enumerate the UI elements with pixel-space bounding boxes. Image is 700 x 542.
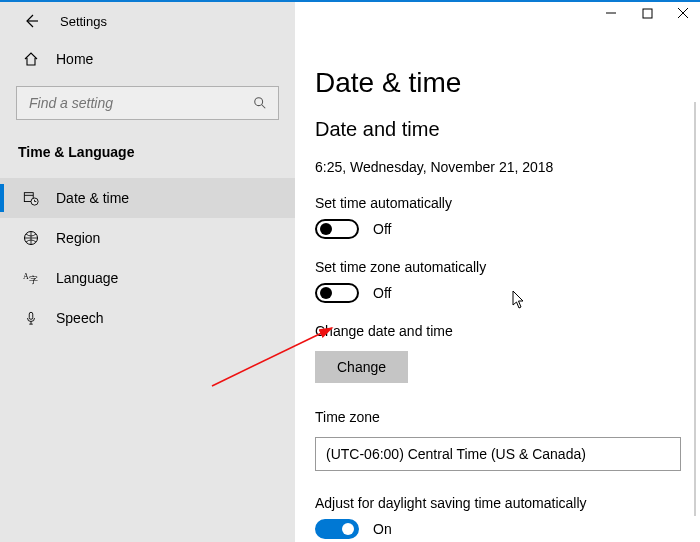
change-date-time-label: Change date and time xyxy=(315,323,680,339)
page-title: Date & time xyxy=(315,21,680,99)
close-button[interactable] xyxy=(676,6,690,20)
home-icon xyxy=(22,50,40,68)
minimize-button[interactable] xyxy=(604,6,618,20)
dst-toggle[interactable] xyxy=(315,519,359,539)
sidebar-item-label: Language xyxy=(56,270,118,286)
sidebar-nav: Date & time Region A字 Language Speech xyxy=(0,170,295,338)
sidebar-item-label: Region xyxy=(56,230,100,246)
maximize-button[interactable] xyxy=(640,6,654,20)
auto-time-state: Off xyxy=(373,221,391,237)
arrow-left-icon xyxy=(23,13,39,29)
back-button[interactable] xyxy=(22,12,40,30)
search-box[interactable] xyxy=(16,86,279,120)
svg-text:字: 字 xyxy=(29,275,38,285)
svg-rect-6 xyxy=(29,312,33,319)
section-title: Date and time xyxy=(315,118,680,141)
home-label: Home xyxy=(56,51,93,67)
sidebar-item-label: Speech xyxy=(56,310,103,326)
svg-text:A: A xyxy=(23,272,29,281)
search-icon xyxy=(252,95,268,111)
microphone-icon xyxy=(22,309,40,327)
window-title: Settings xyxy=(60,14,107,29)
sidebar-item-language[interactable]: A字 Language xyxy=(0,258,295,298)
current-datetime: 6:25, Wednesday, November 21, 2018 xyxy=(315,159,680,175)
language-icon: A字 xyxy=(22,269,40,287)
home-link[interactable]: Home xyxy=(0,34,295,80)
change-button[interactable]: Change xyxy=(315,351,408,383)
auto-time-toggle[interactable] xyxy=(315,219,359,239)
scrollbar[interactable] xyxy=(694,102,696,516)
timezone-dropdown[interactable]: (UTC-06:00) Central Time (US & Canada) xyxy=(315,437,681,471)
calendar-clock-icon xyxy=(22,189,40,207)
search-input[interactable] xyxy=(27,94,252,112)
sidebar-item-date-time[interactable]: Date & time xyxy=(0,178,295,218)
auto-time-label: Set time automatically xyxy=(315,195,680,211)
dst-label: Adjust for daylight saving time automati… xyxy=(315,495,680,511)
sidebar: Settings Home Time & Language Date & xyxy=(0,2,295,542)
dst-state: On xyxy=(373,521,392,537)
sidebar-item-label: Date & time xyxy=(56,190,129,206)
auto-tz-label: Set time zone automatically xyxy=(315,259,680,275)
sidebar-item-speech[interactable]: Speech xyxy=(0,298,295,338)
globe-icon xyxy=(22,229,40,247)
window-controls xyxy=(604,6,690,20)
sidebar-item-region[interactable]: Region xyxy=(0,218,295,258)
change-button-label: Change xyxy=(337,359,386,375)
auto-tz-toggle[interactable] xyxy=(315,283,359,303)
timezone-label: Time zone xyxy=(315,409,680,425)
auto-tz-state: Off xyxy=(373,285,391,301)
svg-rect-7 xyxy=(643,9,652,18)
timezone-value: (UTC-06:00) Central Time (US & Canada) xyxy=(326,446,586,462)
main-content: Date & time Date and time 6:25, Wednesda… xyxy=(295,2,700,542)
category-title: Time & Language xyxy=(0,130,295,170)
svg-point-0 xyxy=(255,98,263,106)
